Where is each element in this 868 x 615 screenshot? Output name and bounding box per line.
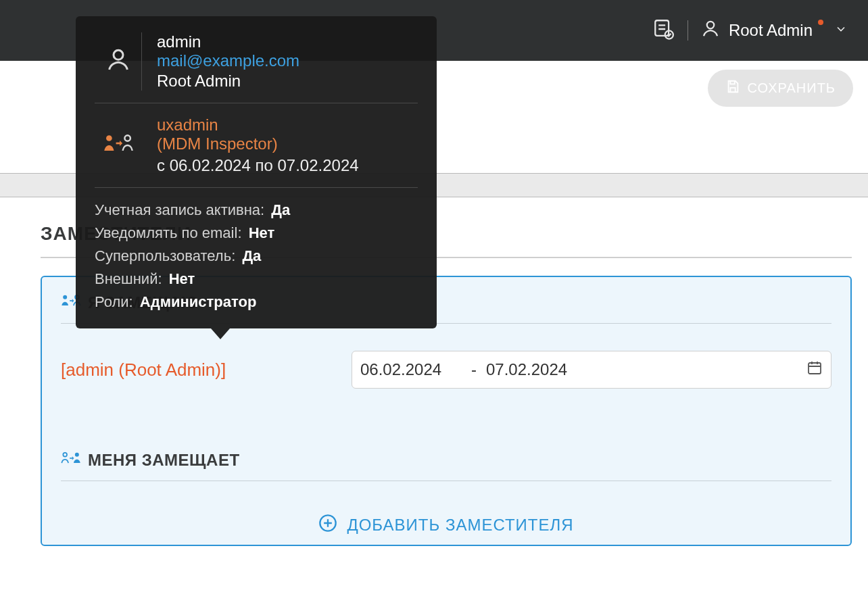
- svg-point-3: [63, 295, 67, 299]
- checklist-icon[interactable]: [652, 18, 675, 43]
- date-range-input[interactable]: -: [352, 351, 831, 389]
- svg-point-11: [124, 135, 130, 141]
- prop-external-value: Нет: [169, 270, 195, 287]
- save-icon: [725, 79, 740, 97]
- substitute-me-heading: МЕНЯ ЗАМЕЩАЕТ: [61, 449, 831, 481]
- svg-point-2: [707, 22, 715, 29]
- popover-identity-row: admin mail@example.com Root Admin: [95, 32, 418, 103]
- user-info-popover: admin mail@example.com Root Admin uxadmi…: [76, 16, 437, 328]
- popover-deputy-login: uxadmin: [157, 116, 359, 134]
- add-substitute-label: ДОБАВИТЬ ЗАМЕСТИТЕЛЯ: [347, 516, 573, 535]
- chevron-down-icon: [834, 21, 848, 40]
- prop-notify-label: Уведомлять по email: [95, 224, 242, 241]
- prop-active-label: Учетная запись активна: [95, 201, 264, 218]
- popover-username: admin: [157, 32, 299, 51]
- calendar-icon[interactable]: [806, 360, 823, 380]
- user-icon: [105, 46, 132, 91]
- svg-point-6: [63, 453, 67, 457]
- substitute-me-label: МЕНЯ ЗАМЕЩАЕТ: [88, 451, 240, 470]
- svg-point-7: [75, 453, 79, 457]
- plus-circle-icon: [318, 514, 337, 537]
- substituted-user-link[interactable]: [admin (Root Admin)]: [61, 360, 352, 380]
- prop-notify-value: Нет: [249, 224, 275, 241]
- person-swap-back-icon: [61, 449, 81, 471]
- popover-properties: Учетная запись активна Да Уведомлять по …: [95, 188, 418, 314]
- substitution-row: [admin (Root Admin)] -: [61, 351, 831, 389]
- person-swap-icon: [101, 133, 136, 157]
- svg-rect-5: [809, 363, 821, 374]
- prop-roles-label: Роли: [95, 293, 133, 310]
- prop-external-label: Внешний: [95, 270, 162, 287]
- add-substitute-button[interactable]: ДОБАВИТЬ ЗАМЕСТИТЕЛЯ: [61, 514, 831, 537]
- popover-deputy-role: (MDM Inspector): [157, 134, 359, 153]
- prop-active-value: Да: [271, 201, 290, 218]
- divider: [688, 20, 688, 41]
- prop-roles-value: Администратор: [140, 293, 257, 310]
- user-icon: [700, 18, 721, 43]
- popover-email[interactable]: mail@example.com: [157, 51, 299, 70]
- date-range-separator: -: [467, 360, 481, 379]
- current-user-name: Root Admin: [729, 21, 813, 40]
- prop-superuser-label: Суперпользователь: [95, 247, 235, 264]
- save-button-label: СОХРАНИТЬ: [747, 80, 836, 96]
- current-user-menu[interactable]: Root Admin: [700, 18, 848, 43]
- save-button[interactable]: СОХРАНИТЬ: [708, 70, 853, 107]
- popover-deputy-period: с 06.02.2024 по 07.02.2024: [157, 156, 359, 175]
- popover-displayname: Root Admin: [157, 72, 299, 91]
- date-from-input[interactable]: [360, 360, 462, 379]
- prop-superuser-value: Да: [242, 247, 261, 264]
- popover-deputy-row: uxadmin (MDM Inspector) с 06.02.2024 по …: [95, 103, 418, 188]
- svg-rect-0: [655, 20, 669, 36]
- popover-swap-icon-col: [95, 133, 142, 157]
- svg-point-10: [106, 135, 112, 141]
- svg-point-9: [114, 50, 123, 59]
- notification-dot-icon: [818, 20, 823, 25]
- popover-user-icon-col: [95, 32, 142, 91]
- date-to-input[interactable]: [486, 360, 587, 379]
